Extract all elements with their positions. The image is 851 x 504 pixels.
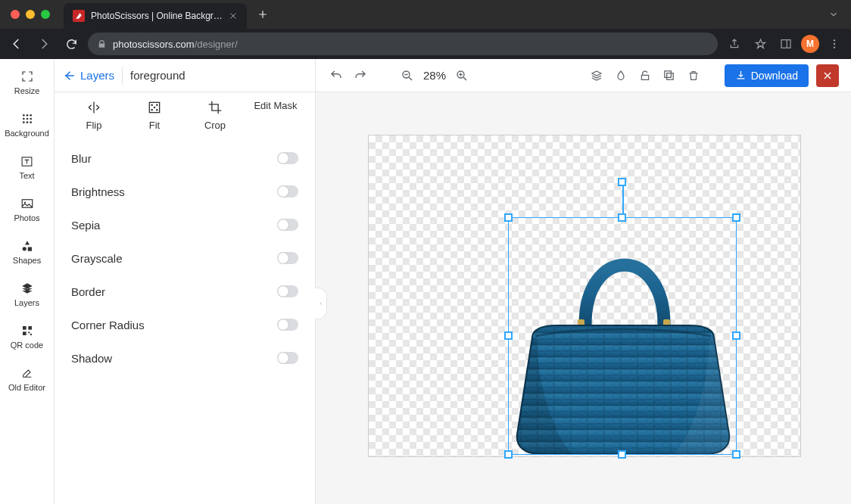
panel-icon[interactable] — [775, 33, 796, 54]
sidebar-item-text[interactable]: Text — [0, 151, 54, 183]
toggle-border: Border — [71, 278, 298, 305]
resize-handle-se[interactable] — [732, 450, 740, 459]
canvas-wrap[interactable] — [316, 92, 851, 504]
switch[interactable] — [277, 352, 298, 364]
resize-handle-nw[interactable] — [504, 213, 513, 222]
canvas-area: 28% Download — [316, 59, 851, 504]
stack-icon[interactable] — [588, 67, 605, 84]
drop-icon[interactable] — [613, 67, 629, 84]
svg-point-3 — [834, 43, 835, 45]
svg-point-11 — [23, 121, 25, 123]
layer-tools: Flip Fit Crop Edit Mask — [55, 92, 315, 145]
close-tab-icon[interactable] — [229, 11, 238, 20]
artboard[interactable] — [369, 135, 800, 456]
svg-rect-21 — [23, 331, 26, 335]
toggle-shadow: Shadow — [71, 344, 298, 372]
svg-point-5 — [23, 114, 25, 117]
sidebar-item-qrcode[interactable]: QR code — [0, 321, 54, 353]
resize-handle-e[interactable] — [732, 331, 740, 340]
svg-rect-18 — [27, 247, 31, 251]
forward-button[interactable] — [33, 33, 55, 54]
switch[interactable] — [277, 319, 298, 331]
svg-point-2 — [834, 39, 835, 41]
svg-rect-37 — [667, 73, 674, 80]
browser-chrome: PhotoScissors | Online Backgr… photoscis… — [0, 0, 851, 59]
toggle-label: Border — [71, 285, 105, 298]
svg-point-26 — [156, 104, 158, 106]
resize-handle-w[interactable] — [504, 331, 513, 340]
svg-point-10 — [30, 118, 32, 120]
resize-handle-n[interactable] — [618, 213, 626, 222]
browser-tab[interactable]: PhotoScissors | Online Backgr… — [64, 3, 247, 29]
toggle-label: Sepia — [71, 219, 100, 232]
svg-rect-19 — [23, 326, 26, 330]
tool-crop[interactable]: Crop — [191, 100, 239, 131]
resize-icon — [20, 70, 34, 83]
switch[interactable] — [277, 252, 298, 264]
toggle-corner-radius: Corner Radius — [71, 311, 298, 338]
svg-point-17 — [22, 247, 26, 250]
trash-icon[interactable] — [685, 67, 702, 84]
tool-flip[interactable]: Flip — [70, 100, 118, 131]
lock-icon — [97, 39, 107, 49]
rotation-handle[interactable] — [618, 178, 626, 186]
photo-icon — [20, 197, 34, 210]
zoom-out-button[interactable] — [399, 67, 416, 84]
browser-right-icons: M — [724, 33, 845, 54]
star-icon[interactable] — [750, 33, 771, 54]
redo-button[interactable] — [352, 67, 369, 84]
new-tab-icon[interactable] — [253, 9, 273, 20]
tool-label: Flip — [86, 120, 102, 131]
svg-line-31 — [409, 77, 412, 80]
svg-rect-0 — [781, 40, 790, 48]
switch[interactable] — [277, 152, 298, 164]
chevron-down-icon[interactable] — [828, 9, 845, 20]
close-window-icon[interactable] — [11, 10, 20, 19]
back-button[interactable] — [6, 33, 27, 54]
zoom-in-button[interactable] — [454, 67, 470, 84]
fit-icon — [147, 100, 162, 115]
sidebar-item-layers[interactable]: Layers — [0, 278, 54, 310]
copy-icon[interactable] — [661, 67, 678, 84]
kebab-menu-icon[interactable] — [824, 33, 845, 54]
window-controls[interactable] — [6, 10, 58, 19]
action-group — [588, 67, 702, 84]
download-button[interactable]: Download — [725, 64, 809, 87]
edit-icon — [20, 366, 34, 380]
download-icon — [735, 70, 747, 81]
selection-box[interactable] — [508, 217, 737, 455]
tool-fit[interactable]: Fit — [130, 100, 179, 131]
toggle-label: Blur — [71, 152, 92, 165]
sidebar-item-resize[interactable]: Resize — [0, 67, 54, 98]
back-to-layers[interactable]: Layers — [62, 69, 114, 82]
maximize-window-icon[interactable] — [41, 10, 50, 19]
left-sidebar: Resize Background Text Photos Shapes Lay… — [0, 59, 55, 504]
resize-handle-sw[interactable] — [504, 450, 513, 459]
resize-handle-ne[interactable] — [732, 213, 740, 222]
svg-point-29 — [154, 107, 156, 109]
tool-edit-mask[interactable]: Edit Mask — [251, 100, 300, 131]
history-group — [328, 67, 369, 84]
sidebar-item-background[interactable]: Background — [0, 109, 54, 141]
favicon-icon — [73, 10, 85, 22]
unlock-icon[interactable] — [637, 67, 653, 84]
close-button[interactable] — [816, 64, 839, 87]
minimize-window-icon[interactable] — [26, 10, 35, 19]
address-bar[interactable]: photoscissors.com/designer/ — [88, 33, 718, 55]
sidebar-label: Photos — [14, 213, 39, 222]
reload-button[interactable] — [61, 33, 82, 54]
switch[interactable] — [277, 285, 298, 297]
sidebar-item-old-editor[interactable]: Old Editor — [0, 363, 54, 395]
share-icon[interactable] — [724, 33, 745, 54]
svg-point-28 — [156, 109, 158, 111]
svg-rect-23 — [30, 334, 32, 335]
sidebar-item-photos[interactable]: Photos — [0, 194, 54, 226]
svg-point-4 — [834, 46, 835, 48]
avatar[interactable]: M — [801, 35, 819, 53]
undo-button[interactable] — [328, 67, 344, 84]
switch[interactable] — [277, 185, 298, 198]
resize-handle-s[interactable] — [618, 450, 626, 459]
switch[interactable] — [277, 219, 298, 231]
sidebar-item-shapes[interactable]: Shapes — [0, 236, 54, 268]
sidebar-label: Layers — [14, 298, 39, 307]
